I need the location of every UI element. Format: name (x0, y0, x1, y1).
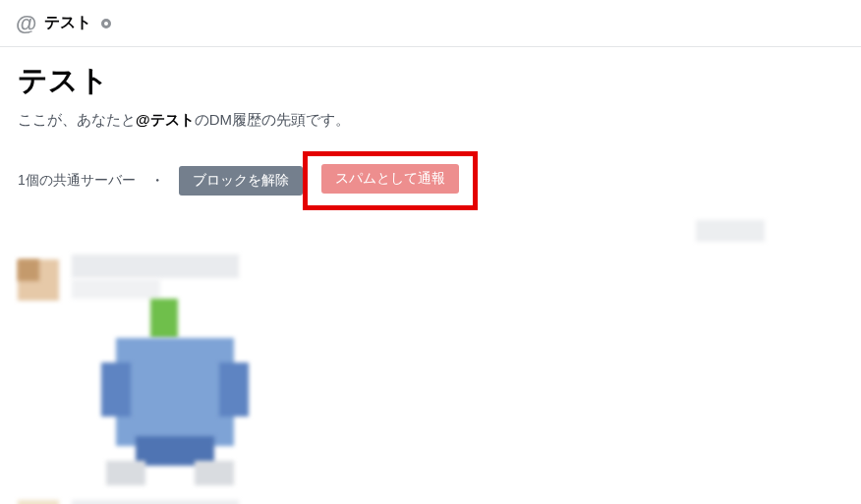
highlight-annotation: スパムとして通報 (303, 151, 478, 210)
at-icon: @ (16, 11, 36, 36)
mutual-servers-link[interactable]: 1個の共通サーバー (18, 172, 136, 190)
dm-subtitle-mention: @テスト (136, 111, 195, 128)
separator-dot: ・ (149, 171, 165, 192)
report-spam-button[interactable]: スパムとして通報 (321, 164, 459, 194)
action-row: 1個の共通サーバー ・ ブロックを解除 スパムとして通報 (18, 151, 843, 210)
unblock-button[interactable]: ブロックを解除 (179, 166, 303, 196)
dm-subtitle-before: ここが、あなたと (18, 111, 136, 128)
dm-content: テスト ここが、あなたと@テストのDM履歴の先頭です。 1個の共通サーバー ・ … (0, 47, 861, 504)
status-offline-icon (101, 19, 111, 28)
dm-subtitle: ここが、あなたと@テストのDM履歴の先頭です。 (18, 111, 843, 130)
message-list-blurred (18, 230, 843, 504)
channel-title: テスト (44, 13, 91, 33)
dm-subtitle-after: のDM履歴の先頭です。 (195, 111, 350, 128)
dm-title: テスト (18, 61, 843, 101)
channel-header: @ テスト (0, 0, 861, 47)
